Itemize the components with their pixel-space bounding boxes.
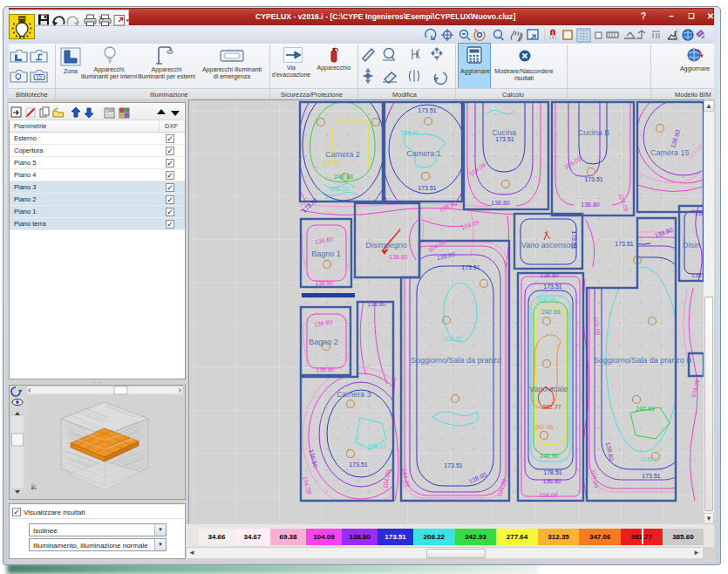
svg-text:173.51: 173.51 — [543, 284, 562, 290]
svg-text:173.51: 173.51 — [571, 230, 577, 249]
svg-text:208.11: 208.11 — [401, 130, 419, 136]
svg-text:173.51: 173.51 — [642, 473, 661, 479]
svg-text:Disin: Disin — [683, 241, 700, 249]
svg-text:173.51: 173.51 — [615, 241, 634, 247]
svg-text:138: 138 — [695, 210, 704, 216]
svg-text:138.80: 138.80 — [491, 200, 510, 206]
svg-text:208.22: 208.22 — [443, 336, 462, 342]
svg-text:347.06: 347.06 — [534, 424, 554, 430]
svg-text:Camera 15: Camera 15 — [650, 148, 690, 157]
svg-text:138.80: 138.80 — [581, 202, 600, 208]
svg-text:173.51: 173.51 — [444, 462, 463, 468]
svg-text:242.93: 242.93 — [636, 406, 655, 412]
svg-text:381.77: 381.77 — [542, 404, 561, 410]
svg-text:242.93: 242.93 — [541, 309, 561, 315]
svg-text:138.80: 138.80 — [389, 254, 408, 260]
svg-text:173.51: 173.51 — [461, 264, 480, 270]
svg-text:138.80: 138.80 — [315, 280, 334, 286]
svg-text:Camera 1: Camera 1 — [406, 149, 441, 158]
svg-text:173.51: 173.51 — [418, 107, 437, 113]
svg-text:138.80: 138.80 — [540, 272, 559, 278]
svg-text:173.51: 173.51 — [495, 136, 514, 142]
svg-text:Soggiorno/Sala da pranzo B: Soggiorno/Sala da pranzo B — [594, 356, 692, 365]
svg-text:173.51: 173.51 — [418, 185, 437, 191]
svg-text:Soggiorno/Sala da pranzo: Soggiorno/Sala da pranzo — [411, 356, 501, 365]
svg-text:Camera 2: Camera 2 — [325, 150, 360, 159]
svg-text:Bagno 2: Bagno 2 — [309, 338, 338, 346]
svg-text:178.51: 178.51 — [543, 469, 562, 475]
svg-text:242.90: 242.90 — [540, 453, 559, 459]
svg-text:Vano ascensore: Vano ascensore — [521, 241, 577, 249]
svg-text:138: 138 — [691, 272, 702, 278]
svg-text:DXF: DXF — [106, 109, 114, 113]
svg-text:104.09: 104.09 — [539, 492, 558, 498]
svg-text:208.22: 208.22 — [367, 443, 386, 449]
svg-text:136.80: 136.80 — [542, 478, 561, 484]
svg-text:Cucina B: Cucina B — [578, 128, 610, 137]
svg-text:Camera 3: Camera 3 — [337, 390, 371, 399]
svg-text:208.06: 208.06 — [536, 297, 555, 303]
svg-text:173.51: 173.51 — [584, 176, 603, 182]
svg-text:138.80: 138.80 — [367, 301, 386, 307]
svg-text:208.11: 208.11 — [641, 456, 659, 462]
svg-text:173.51: 173.51 — [349, 461, 368, 468]
svg-text:242.93: 242.93 — [334, 174, 353, 180]
svg-text:Vano scale: Vano scale — [529, 385, 568, 393]
svg-text:208.22: 208.22 — [330, 186, 349, 192]
svg-text:Bagno 1: Bagno 1 — [311, 249, 341, 258]
svg-text:138.80: 138.80 — [316, 366, 335, 372]
svg-text:Disimpegno: Disimpegno — [365, 241, 407, 249]
